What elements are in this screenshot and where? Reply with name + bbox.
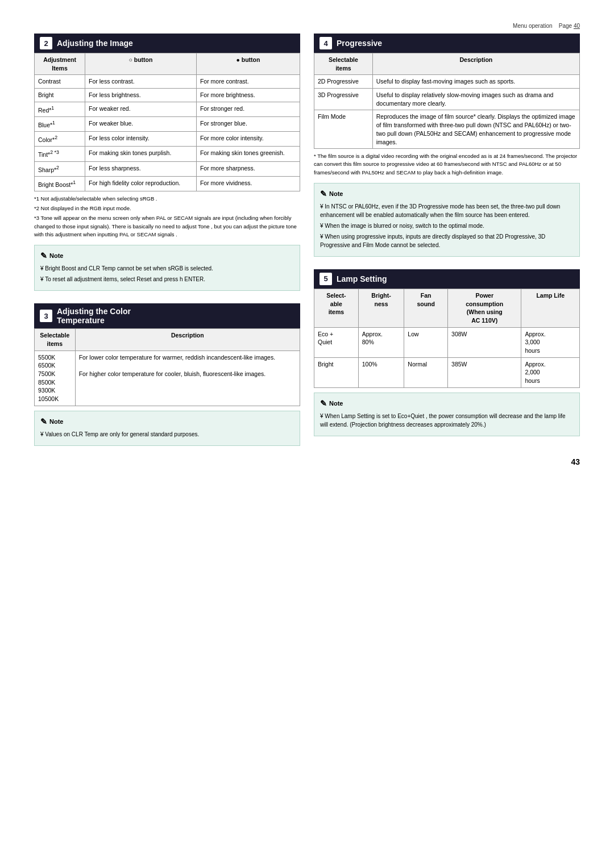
section2-title: Adjusting the Image <box>57 39 133 48</box>
note-header: ✎ Note <box>40 250 294 262</box>
table-row: Color*2 For less color intensity. For mo… <box>35 132 300 147</box>
section5-header: 5 Lamp Setting <box>314 269 580 289</box>
menu-op-line: Menu operation Page 40 <box>34 23 580 29</box>
col-adjustment: AdjustmentItems <box>35 53 85 75</box>
section5-table: Select-ableitems Bright-ness Fansound Po… <box>314 289 580 388</box>
note-icon: ✎ <box>40 250 47 262</box>
section4-number: 4 <box>320 37 332 49</box>
section4-header: 4 Progressive <box>314 34 580 53</box>
table-row: Bright 100% Normal 385W Approx.2,000hour… <box>314 357 580 387</box>
section2-number: 2 <box>40 37 52 49</box>
col-selectable: Selectableitems <box>314 53 373 75</box>
col-selectable: Selectableitems <box>35 329 76 350</box>
note-label: Note <box>329 189 343 199</box>
section3-title: Adjusting the ColorTemperature <box>57 307 131 325</box>
table-row: Bright Boost*1 For high fidelity color r… <box>35 176 300 191</box>
section2-footnotes: *1 Not adjustable/selectable when select… <box>34 195 300 240</box>
table-row: Blue*1 For weaker blue. For stronger blu… <box>35 116 300 131</box>
section5-note: ✎ Note When Lamp Setting is set to Eco+Q… <box>314 393 580 436</box>
col-q-button: ● button <box>196 53 300 75</box>
main-content: 2 Adjusting the Image AdjustmentItems ○ … <box>34 34 580 446</box>
table-row: Eco +Quiet Approx.80% Low 308W Approx.3,… <box>314 327 580 357</box>
col-o-button: ○ button <box>85 53 197 75</box>
note-header: ✎ Note <box>320 398 574 410</box>
table-row: Tint*2 *3 For making skin tones purplish… <box>35 147 300 161</box>
note-content: Values on CLR Temp are only for general … <box>40 430 294 439</box>
note-content: Bright Boost and CLR Temp cannot be set … <box>40 264 294 283</box>
col-brightness: Bright-ness <box>358 289 404 327</box>
col-fan: Fansound <box>404 289 448 327</box>
section4-footnote: * The film source is a digital video rec… <box>314 152 580 178</box>
section4-note: ✎ Note In NTSC or PAL60Hz, even if the 3… <box>314 183 580 257</box>
note-label: Note <box>49 251 63 261</box>
table-row: Red*1 For weaker red. For stronger red. <box>35 102 300 116</box>
section3-table: Selectableitems Description 5500K 6500K … <box>34 328 300 406</box>
right-column: 4 Progressive Selectableitems Descriptio… <box>314 34 580 446</box>
col-description: Description <box>372 53 579 75</box>
table-row: Sharp*2 For less sharpness. For more sha… <box>35 161 300 176</box>
col-description: Description <box>75 329 300 350</box>
section3-note: ✎ Note Values on CLR Temp are only for g… <box>34 411 300 446</box>
section2-block: 2 Adjusting the Image AdjustmentItems ○ … <box>34 34 300 291</box>
section4-block: 4 Progressive Selectableitems Descriptio… <box>314 34 580 257</box>
col-power: Powerconsumption(When usingAC 110V) <box>448 289 521 327</box>
section2-header: 2 Adjusting the Image <box>34 34 300 53</box>
col-selectable: Select-ableitems <box>314 289 359 327</box>
table-row: Contrast For less contrast. For more con… <box>35 75 300 89</box>
table-row: 2D Progressive Useful to display fast-mo… <box>314 75 580 89</box>
table-row: 5500K 6500K 7500K 8500K 9300K 10500K For… <box>35 350 300 406</box>
page-container: Menu operation Page 40 2 Adjusting the I… <box>34 23 580 466</box>
left-column: 2 Adjusting the Image AdjustmentItems ○ … <box>34 34 300 446</box>
section4-title: Progressive <box>337 39 382 48</box>
col-lamp-life: Lamp Life <box>521 289 580 327</box>
menu-op-text: Menu operation <box>513 23 553 29</box>
note-icon: ✎ <box>320 398 327 410</box>
note-content: In NTSC or PAL60Hz, even if the 3D Progr… <box>320 202 574 249</box>
section5-block: 5 Lamp Setting Select-ableitems Bright-n… <box>314 269 580 436</box>
note-icon: ✎ <box>320 188 327 200</box>
table-row: Film Mode Reproduces the image of film s… <box>314 110 580 149</box>
menu-op-page: Page 40 <box>559 23 580 29</box>
table-row: Bright For less brightness. For more bri… <box>35 89 300 102</box>
section3-block: 3 Adjusting the ColorTemperature Selecta… <box>34 303 300 446</box>
section4-table: Selectableitems Description 2D Progressi… <box>314 53 580 149</box>
section5-title: Lamp Setting <box>337 274 387 283</box>
page-number: 43 <box>34 457 580 466</box>
note-label: Note <box>329 399 343 408</box>
section2-note: ✎ Note Bright Boost and CLR Temp cannot … <box>34 245 300 291</box>
table-row: 3D Progressive Useful to display relativ… <box>314 89 580 110</box>
section3-number: 3 <box>40 310 52 322</box>
note-icon: ✎ <box>40 416 47 428</box>
note-label: Note <box>49 417 63 427</box>
section2-table: AdjustmentItems ○ button ● button Contra… <box>34 53 300 191</box>
section5-number: 5 <box>320 273 332 285</box>
note-header: ✎ Note <box>40 416 294 428</box>
note-header: ✎ Note <box>320 188 574 200</box>
note-content: When Lamp Setting is set to Eco+Quiet , … <box>320 412 574 429</box>
section3-header: 3 Adjusting the ColorTemperature <box>34 303 300 328</box>
